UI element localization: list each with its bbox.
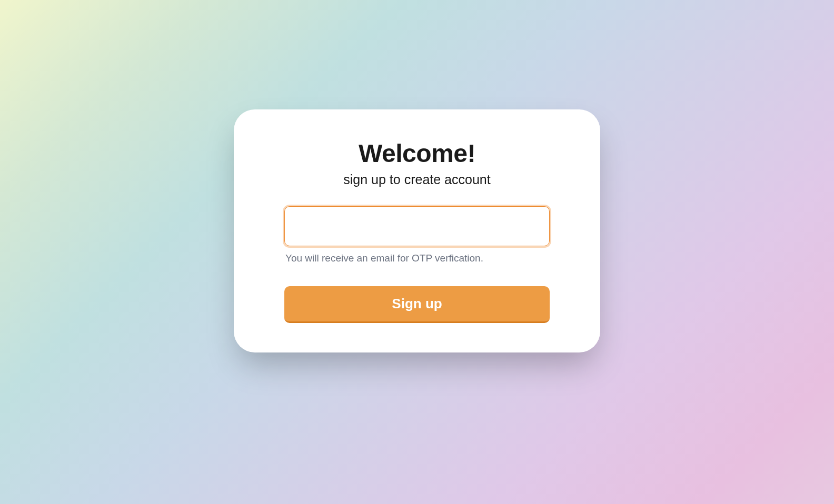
signup-subheading: sign up to create account xyxy=(343,172,490,187)
welcome-heading: Welcome! xyxy=(359,139,475,168)
email-input[interactable] xyxy=(284,206,550,246)
otp-helper-text: You will receive an email for OTP verfic… xyxy=(284,253,550,264)
input-container: You will receive an email for OTP verfic… xyxy=(265,206,569,323)
signup-button[interactable]: Sign up xyxy=(284,286,550,323)
signup-card: Welcome! sign up to create account You w… xyxy=(234,109,600,352)
